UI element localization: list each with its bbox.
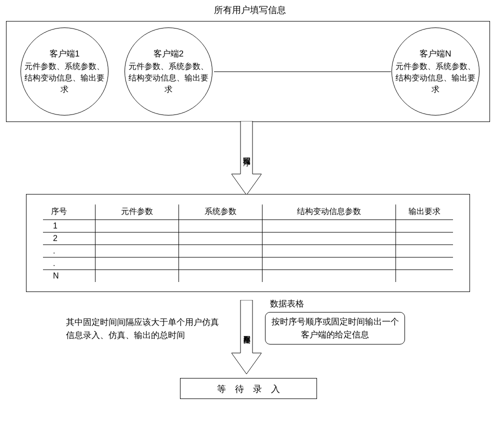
col-header-component: 元件参数 <box>96 204 179 220</box>
col-header-output: 输出要求 <box>396 204 454 220</box>
client-body: 元件参数、系统参数、结构变动信息、输出要求 <box>125 60 212 96</box>
table-caption: 数据表格 <box>270 298 304 310</box>
table-row: 2 <box>43 232 453 244</box>
client-node-2: 客户端2 元件参数、系统参数、结构变动信息、输出要求 <box>124 28 212 116</box>
wait-input-box: 等待录入 <box>180 378 317 399</box>
diagram-canvas: 所有用户填写信息 客户端1 元件参数、系统参数、结构变动信息、输出要求 客户端2… <box>0 0 500 448</box>
client-node-1: 客户端1 元件参数、系统参数、结构变动信息、输出要求 <box>20 28 108 116</box>
note-left: 其中固定时间间隔应该大于单个用户仿真信息录入、仿真、输出的总时间 <box>66 316 226 342</box>
row-seq: . <box>43 257 96 270</box>
data-table: 序号 元件参数 系统参数 结构变动信息参数 输出要求 1 2 . . N <box>43 204 453 282</box>
table-row: . <box>43 244 453 257</box>
clients-container: 客户端1 元件参数、系统参数、结构变动信息、输出要求 客户端2 元件参数、系统参… <box>6 21 490 122</box>
table-row: N <box>43 270 453 282</box>
client-title: 客户端2 <box>125 48 212 60</box>
client-node-n: 客户端N 元件参数、系统参数、结构变动信息、输出要求 <box>392 28 480 116</box>
row-seq: 1 <box>43 220 96 232</box>
col-header-struct: 结构变动信息参数 <box>262 204 396 220</box>
client-title: 客户端1 <box>21 48 108 60</box>
arrow-label: 编写程序 <box>242 151 252 153</box>
table-header-row: 序号 元件参数 系统参数 结构变动信息参数 输出要求 <box>43 204 453 220</box>
arrow-write-program: 编写程序 <box>232 121 262 195</box>
table-row: . <box>43 257 453 270</box>
client-body: 元件参数、系统参数、结构变动信息、输出要求 <box>21 60 108 96</box>
client-title: 客户端N <box>392 48 479 60</box>
row-seq: N <box>43 270 96 282</box>
row-seq: . <box>43 244 96 257</box>
table-row: 1 <box>43 220 453 232</box>
diagram-title: 所有用户填写信息 <box>0 0 500 16</box>
data-table-container: 序号 元件参数 系统参数 结构变动信息参数 输出要求 1 2 . . N <box>26 194 470 292</box>
client-body: 元件参数、系统参数、结构变动信息、输出要求 <box>392 60 479 96</box>
ellipsis-connector <box>214 72 391 72</box>
note-right: 按时序号顺序或固定时间输出一个客户端的给定信息 <box>265 312 405 344</box>
arrow-down-icon <box>232 121 262 195</box>
arrow-network-interaction: 网络交互程序 <box>232 300 262 374</box>
row-seq: 2 <box>43 232 96 244</box>
col-header-system: 系统参数 <box>179 204 262 220</box>
col-header-seq: 序号 <box>43 204 96 220</box>
arrow-down-icon <box>232 300 262 374</box>
